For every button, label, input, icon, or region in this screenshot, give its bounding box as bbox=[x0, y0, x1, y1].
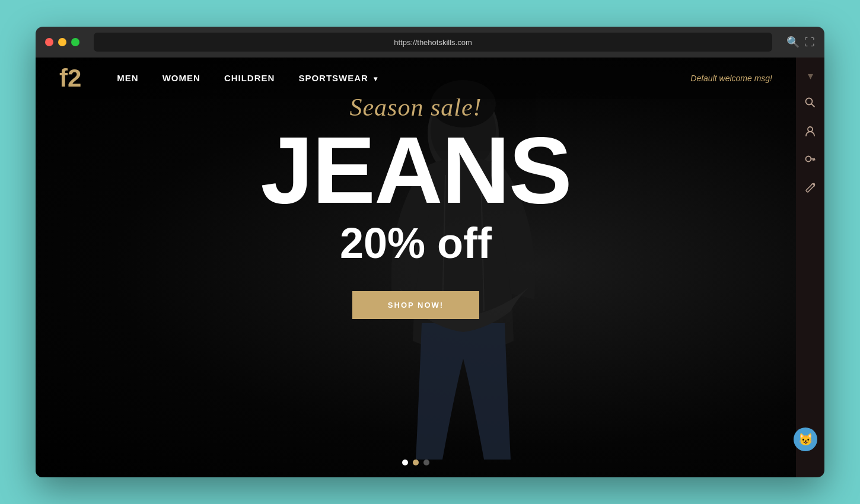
browser-expand-icon[interactable]: ⛶ bbox=[804, 36, 815, 49]
chevron-down-icon: ▾ bbox=[374, 75, 378, 83]
url-text: https://thehotskills.com bbox=[394, 38, 472, 47]
svg-point-5 bbox=[808, 127, 813, 132]
right-sidebar: ▾ bbox=[796, 58, 824, 477]
carousel-dots bbox=[402, 460, 429, 465]
close-button[interactable] bbox=[45, 38, 53, 46]
svg-point-6 bbox=[806, 157, 811, 162]
traffic-lights bbox=[45, 38, 79, 46]
sidebar-search-icon[interactable] bbox=[796, 90, 824, 116]
svg-line-4 bbox=[812, 104, 815, 107]
logo-f: f bbox=[59, 64, 68, 92]
maximize-button[interactable] bbox=[71, 38, 79, 46]
nav-item-children[interactable]: CHILDREN bbox=[224, 73, 275, 84]
discount-text: 20% off bbox=[36, 219, 796, 267]
nav-links: MEN WOMEN CHILDREN SPORTSWEAR ▾ bbox=[117, 73, 690, 84]
nav-item-men[interactable]: MEN bbox=[117, 73, 138, 84]
carousel-dot-3[interactable] bbox=[423, 460, 429, 465]
headline-text: JEANS bbox=[36, 127, 796, 213]
website: f2 MEN WOMEN CHILDREN SPORTSWEAR bbox=[36, 58, 796, 477]
shop-now-button[interactable]: SHOP NOW! bbox=[352, 291, 479, 319]
svg-point-3 bbox=[806, 98, 813, 105]
sidebar-arrow-icon[interactable]: ▾ bbox=[803, 65, 818, 87]
browser-toolbar: https://thehotskills.com 🔍 ⛶ bbox=[36, 27, 824, 58]
carousel-dot-1[interactable] bbox=[402, 460, 408, 465]
welcome-message: Default welcome msg! bbox=[690, 74, 772, 83]
minimize-button[interactable] bbox=[58, 38, 66, 46]
sidebar-key-icon[interactable] bbox=[796, 146, 824, 173]
address-bar[interactable]: https://thehotskills.com bbox=[94, 33, 772, 52]
nav-link-sportswear[interactable]: SPORTSWEAR ▾ bbox=[298, 73, 378, 83]
nav-link-men[interactable]: MEN bbox=[117, 73, 138, 83]
browser-window: https://thehotskills.com 🔍 ⛶ bbox=[36, 27, 824, 477]
browser-actions: 🔍 ⛶ bbox=[786, 36, 815, 49]
sportswear-label: SPORTSWEAR bbox=[298, 73, 368, 83]
chatbot-icon: 😺 bbox=[798, 432, 813, 446]
nav-link-women[interactable]: WOMEN bbox=[163, 73, 200, 83]
carousel-dot-2[interactable] bbox=[413, 460, 419, 465]
logo-2: 2 bbox=[68, 64, 81, 92]
browser-search-icon[interactable]: 🔍 bbox=[786, 36, 800, 49]
sidebar-user-icon[interactable] bbox=[796, 118, 824, 144]
sidebar-wrench-icon[interactable] bbox=[796, 175, 824, 201]
nav-item-women[interactable]: WOMEN bbox=[163, 73, 200, 84]
chatbot-button[interactable]: 😺 bbox=[794, 428, 817, 451]
site-logo[interactable]: f2 bbox=[59, 66, 81, 91]
browser-content: f2 MEN WOMEN CHILDREN SPORTSWEAR bbox=[36, 58, 824, 477]
site-nav: f2 MEN WOMEN CHILDREN SPORTSWEAR bbox=[36, 58, 796, 99]
nav-item-sportswear[interactable]: SPORTSWEAR ▾ bbox=[298, 73, 378, 84]
nav-link-children[interactable]: CHILDREN bbox=[224, 73, 275, 83]
